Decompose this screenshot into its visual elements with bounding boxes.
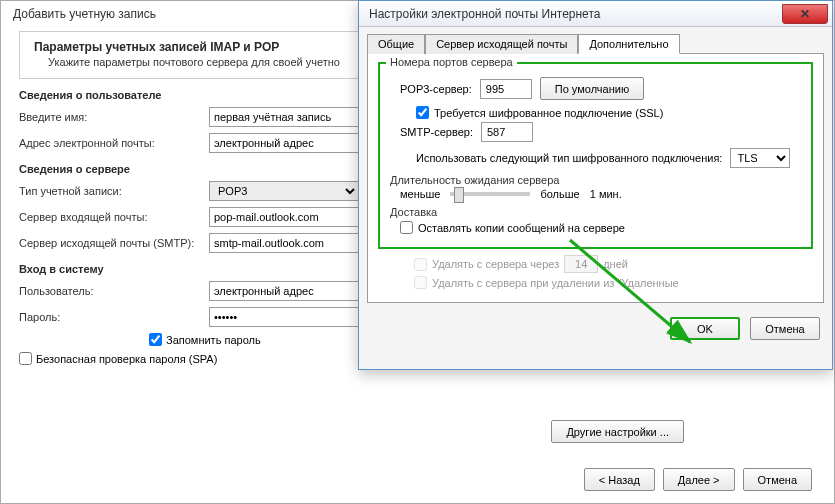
next-button[interactable]: Далее > [663,468,735,491]
remember-password-checkbox[interactable] [149,333,162,346]
outgoing-label: Сервер исходящей почты (SMTP): [19,237,209,249]
leave-copies-label: Оставлять копии сообщений на сервере [418,222,625,234]
tab-strip: Общие Сервер исходящей почты Дополнитель… [359,27,832,53]
spa-checkbox[interactable] [19,352,32,365]
remove-after-days-input [564,255,598,273]
ports-fieldset: Номера портов сервера POP3-сервер: По ум… [378,62,813,249]
ports-legend: Номера портов сервера [386,56,517,68]
name-input[interactable] [209,107,359,127]
tab-outgoing[interactable]: Сервер исходящей почты [425,34,578,54]
name-label: Введите имя: [19,111,209,123]
outgoing-input[interactable] [209,233,359,253]
timeout-slider[interactable] [450,192,530,196]
pop3-port-input[interactable] [480,79,532,99]
other-settings-button[interactable]: Другие настройки ... [551,420,684,443]
username-input[interactable] [209,281,359,301]
timeout-less: меньше [400,188,440,200]
email-input[interactable] [209,133,359,153]
dialog-titlebar: Настройки электронной почты Интернета ✕ [359,1,832,27]
email-settings-dialog: Настройки электронной почты Интернета ✕ … [358,0,833,370]
incoming-input[interactable] [209,207,359,227]
remove-after-label: Удалять с сервера через [432,258,559,270]
encryption-select[interactable]: TLS [730,148,790,168]
days-suffix: дней [603,258,628,270]
timeout-value: 1 мин. [590,188,622,200]
password-input[interactable] [209,307,359,327]
advanced-panel: Номера портов сервера POP3-сервер: По ум… [367,53,824,303]
ssl-checkbox[interactable] [416,106,429,119]
close-button[interactable]: ✕ [782,4,828,24]
smtp-port-input[interactable] [481,122,533,142]
tab-advanced[interactable]: Дополнительно [578,34,679,54]
timeout-label: Длительность ожидания сервера [390,174,801,186]
remove-deleted-checkbox [414,276,427,289]
account-type-label: Тип учетной записи: [19,185,209,197]
remember-password-label: Запомнить пароль [166,334,261,346]
defaults-button[interactable]: По умолчанию [540,77,644,100]
remove-after-checkbox [414,258,427,271]
tab-general[interactable]: Общие [367,34,425,54]
email-label: Адрес электронной почты: [19,137,209,149]
cancel-button[interactable]: Отмена [743,468,812,491]
pop3-label: POP3-сервер: [400,83,472,95]
username-label: Пользователь: [19,285,209,297]
encryption-label: Использовать следующий тип шифрованного … [416,152,722,164]
dialog-title: Настройки электронной почты Интернета [369,7,600,21]
account-type-select[interactable]: POP3 [209,181,359,201]
password-label: Пароль: [19,311,209,323]
close-icon: ✕ [800,7,810,21]
remove-deleted-label: Удалять с сервера при удалении из "Удале… [432,277,679,289]
ok-button[interactable]: OK [670,317,740,340]
ssl-label: Требуется шифрованное подключение (SSL) [434,107,663,119]
smtp-label: SMTP-сервер: [400,126,473,138]
timeout-more: больше [540,188,579,200]
dialog-cancel-button[interactable]: Отмена [750,317,820,340]
leave-copies-checkbox[interactable] [400,221,413,234]
incoming-label: Сервер входящей почты: [19,211,209,223]
spa-label: Безопасная проверка пароля (SPA) [36,353,217,365]
delivery-label: Доставка [390,206,801,218]
back-button[interactable]: < Назад [584,468,655,491]
